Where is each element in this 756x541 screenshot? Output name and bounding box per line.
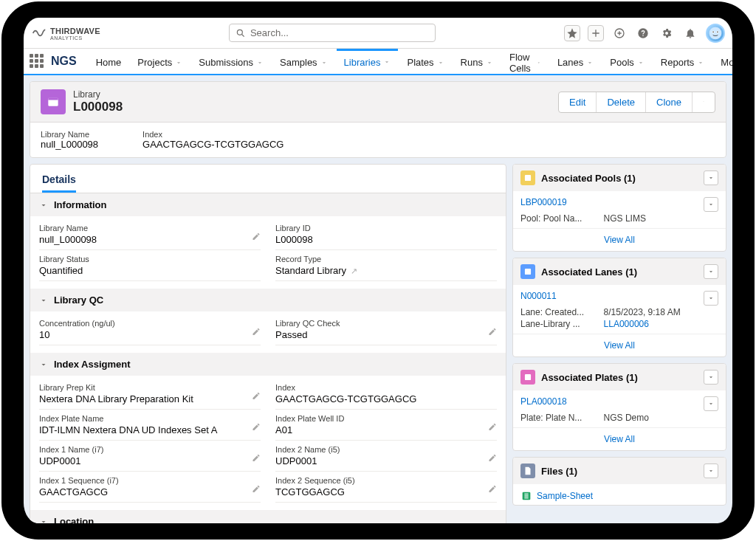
related-lanes-menu[interactable] (704, 264, 718, 279)
spreadsheet-icon (520, 490, 532, 502)
nav-item-pools[interactable]: Pools (602, 49, 652, 74)
svg-line-1 (242, 34, 244, 36)
related-plates-menu[interactable] (704, 370, 718, 385)
pool-item-menu[interactable] (704, 197, 718, 212)
nav-item-home[interactable]: Home (89, 49, 129, 74)
field-record-type[interactable]: Record Type Standard Library (275, 250, 497, 281)
svg-point-0 (237, 30, 242, 35)
related-files-title: Files (1) (541, 466, 577, 477)
favorites-icon[interactable] (564, 25, 580, 41)
delete-button[interactable]: Delete (597, 92, 646, 112)
chevron-down-icon (437, 59, 444, 66)
lane-item-link[interactable]: N000011 (520, 291, 557, 306)
pools-view-all[interactable]: View All (513, 228, 726, 251)
field-i2-seq[interactable]: Index 2 Sequence (i5) TCGTGGAGCG (275, 472, 497, 503)
nav-item-samples[interactable]: Samples (272, 49, 335, 74)
section-information-header[interactable]: Information (30, 193, 506, 216)
related-pools-menu[interactable] (704, 170, 718, 185)
brand-name-2: ANALYTICS (50, 35, 100, 41)
field-index: Index GAACTGAGCG-TCGTGGAGCG (275, 379, 497, 410)
field-i1-name[interactable]: Index 1 Name (i7) UDP0001 (39, 441, 261, 472)
related-lanes: Associated Lanes (1) N000011 Lane: Creat… (512, 258, 726, 357)
more-actions-button[interactable] (693, 92, 715, 112)
file-item-link[interactable]: Sample-Sheet (537, 491, 593, 501)
notifications-icon[interactable] (682, 25, 698, 41)
nav-item-flow-cells[interactable]: Flow Cells (502, 44, 549, 80)
clone-button[interactable]: Clone (646, 92, 693, 112)
highlight-index-value: GAACTGAGCG-TCGTGGAGCG (142, 139, 284, 150)
lanes-view-all[interactable]: View All (513, 334, 726, 356)
setup-icon[interactable] (659, 25, 675, 41)
nav-item-plates[interactable]: Plates (399, 49, 451, 74)
nav-item-submissions[interactable]: Submissions (191, 49, 271, 74)
nav-item-projects[interactable]: Projects (130, 49, 190, 74)
svg-rect-12 (525, 374, 531, 380)
chevron-down-icon (256, 59, 264, 66)
global-search-input[interactable]: Search... (229, 24, 436, 42)
app-name: NGS (51, 55, 77, 68)
field-library-id: Library ID L000098 (275, 219, 497, 250)
search-icon (236, 28, 246, 38)
field-library-name[interactable]: Library Name null_L000098 (39, 219, 261, 250)
chevron-down-icon (637, 59, 645, 66)
section-information-title: Information (54, 199, 107, 210)
files-icon (520, 464, 535, 478)
related-files: Files (1) Sample-Sheet (512, 457, 726, 506)
field-index-plate-name[interactable]: Index Plate Name IDT-ILMN Nextera DNA UD… (39, 410, 261, 441)
nav-item-lanes[interactable]: Lanes (550, 49, 601, 74)
field-index-plate-well[interactable]: Index Plate Well ID A01 (275, 410, 497, 441)
section-qc-title: Library QC (54, 294, 103, 306)
app-launcher-icon[interactable] (30, 54, 44, 69)
help-icon[interactable] (635, 25, 651, 41)
edit-button[interactable]: Edit (559, 92, 597, 112)
related-files-menu[interactable] (704, 464, 718, 478)
section-index-header[interactable]: Index Assigment (30, 353, 506, 376)
related-lanes-title: Associated Lanes (1) (541, 266, 637, 278)
nav-item-libraries[interactable]: Libraries (337, 49, 399, 74)
plate-item-link[interactable]: PLA000018 (520, 396, 567, 411)
field-qc-check[interactable]: Library QC Check Passed (275, 314, 497, 345)
nav-item-runs[interactable]: Runs (453, 49, 501, 74)
field-library-status: Library Status Quantified (39, 250, 261, 281)
wave-icon (31, 25, 47, 41)
svg-rect-10 (525, 175, 531, 181)
brand-logo: THIRDWAVE ANALYTICS (31, 25, 100, 41)
record-actions: Edit Delete Clone (558, 92, 715, 113)
plates-icon (520, 370, 535, 385)
plates-view-all[interactable]: View All (513, 427, 726, 450)
highlight-library-name-value: null_L000098 (41, 139, 98, 150)
plate-item-menu[interactable] (704, 396, 718, 411)
chevron-down-icon (39, 201, 48, 210)
field-i2-name[interactable]: Index 2 Name (i5) UDP0001 (275, 441, 497, 472)
field-concentration[interactable]: Concentration (ng/ul) 10 (39, 314, 261, 345)
chevron-down-icon (697, 59, 704, 66)
nav-item-more[interactable]: More (713, 49, 732, 74)
global-actions-icon[interactable] (588, 25, 604, 41)
svg-rect-9 (48, 97, 58, 100)
nav-item-reports[interactable]: Reports (653, 49, 712, 74)
related-pools: Associated Pools (1) LBP000019 Pool: Poo… (512, 164, 726, 252)
related-plates: Associated Plates (1) PLA000018 Plate: P… (512, 363, 726, 451)
field-prep-kit[interactable]: Library Prep Kit Nextera DNA Library Pre… (39, 379, 261, 410)
record-header: Library L000098 Edit Delete Clone Librar… (30, 81, 726, 158)
section-location-header[interactable]: Location (30, 510, 506, 523)
chevron-down-icon (175, 59, 182, 66)
lane-item-menu[interactable] (704, 291, 718, 306)
chevron-down-icon (320, 59, 328, 66)
object-nav: NGS HomeProjectsSubmissionsSamplesLibrar… (24, 49, 732, 75)
highlight-index-label: Index (142, 130, 284, 139)
user-avatar[interactable] (706, 24, 725, 43)
svg-point-7 (717, 31, 718, 32)
svg-rect-11 (525, 269, 531, 275)
pool-item-link[interactable]: LBP000019 (520, 197, 567, 212)
brand-name-1: THIRDWAVE (50, 27, 100, 35)
tab-details[interactable]: Details (42, 173, 76, 193)
section-location-title: Location (54, 516, 94, 523)
field-i1-seq[interactable]: Index 1 Sequence (i7) GAACTGAGCG (39, 472, 261, 503)
details-panel: Details Information Librar (30, 164, 506, 523)
record-name: L000098 (73, 100, 123, 114)
chevron-down-icon (39, 360, 48, 369)
related-pools-title: Associated Pools (1) (541, 173, 636, 184)
create-icon[interactable] (611, 25, 628, 41)
section-qc-header[interactable]: Library QC (30, 289, 506, 311)
